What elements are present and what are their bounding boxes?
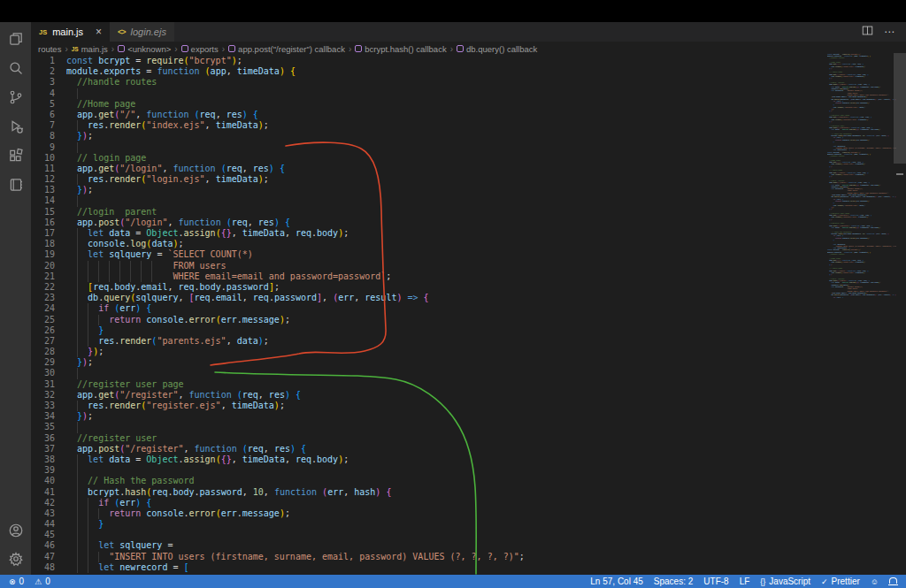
code-line[interactable]: 37 app.post("/register", function (req, … — [31, 444, 906, 454]
code-line[interactable]: 22 [req.body.email, req.body.password]; — [31, 282, 906, 293]
split-editor-icon[interactable] — [862, 24, 873, 40]
check-status-item[interactable]: ✓Prettier — [821, 577, 860, 586]
code-line[interactable]: 24 if (err) { — [31, 303, 906, 314]
code-line[interactable]: 47 "INSERT INTO users (firstname, surnam… — [31, 552, 906, 562]
code-line[interactable]: 3 //handle routes — [31, 77, 906, 88]
code-line[interactable]: 7 res.render("index.ejs", timeData); — [31, 120, 906, 131]
code-line[interactable]: 12 res.render("login.ejs", timeData); — [31, 174, 906, 185]
vertical-scrollbar[interactable] — [894, 22, 906, 575]
code-line-text: WHERE email=email and password=password`… — [66, 271, 391, 282]
feedback-status-item[interactable]: ☺ — [871, 577, 879, 586]
code-line[interactable]: 28 }); — [31, 347, 906, 357]
braces-icon: {} — [760, 577, 765, 586]
code-line[interactable]: 31 //register user page — [31, 379, 906, 390]
code-line[interactable]: 43 return console.error(err.message); — [31, 508, 906, 519]
code-line[interactable]: 42 if (err) { — [31, 498, 906, 508]
code-line-text: } — [66, 519, 104, 530]
breadcrumb-item[interactable]: <unknown> — [118, 44, 171, 54]
code-line[interactable]: 9 — [31, 142, 906, 153]
line-number: 7 — [31, 120, 55, 131]
account-icon[interactable] — [7, 522, 25, 539]
run-debug-icon[interactable] — [7, 118, 25, 135]
minimap[interactable]: const bcrypt = require("bcrypt");module.… — [827, 53, 896, 302]
braces-status-item[interactable]: {}JavaScript — [760, 577, 810, 586]
code-line[interactable]: 10 // login page — [31, 153, 906, 164]
code-line[interactable]: 25 return console.error(err.message); — [31, 315, 906, 325]
tab-bar: JS main.js × <> login.ejs ⋯ — [31, 22, 906, 42]
activity-bar-top — [7, 22, 25, 194]
status-item[interactable]: Ln 57, Col 45 — [590, 577, 643, 586]
indent-guide — [77, 195, 78, 206]
code-line-text: //handle routes — [66, 77, 157, 88]
code-line-text: console.log(data); — [66, 239, 184, 249]
close-icon[interactable]: × — [96, 26, 102, 38]
code-line[interactable]: 19 let sqlquery = `SELECT COUNT(*) — [31, 249, 906, 260]
code-line[interactable]: 13 }); — [31, 185, 906, 195]
line-number: 38 — [31, 454, 55, 465]
breadcrumb-item[interactable]: exports — [181, 44, 219, 54]
settings-gear-icon[interactable] — [7, 550, 25, 568]
search-icon[interactable] — [7, 59, 25, 77]
status-item[interactable]: LF — [740, 577, 750, 586]
source-control-icon[interactable] — [7, 88, 25, 106]
code-line-text: [req.body.email, req.body.password]; — [66, 282, 280, 293]
code-line[interactable]: 23 db.query(sqlquery, [req.email, req.pa… — [31, 293, 906, 303]
code-line[interactable]: 17 let data = Object.assign({}, timeData… — [31, 228, 906, 239]
error-status-item[interactable]: ⊗0 — [9, 577, 24, 586]
code-line[interactable]: 4 — [31, 88, 906, 99]
line-number: 26 — [31, 325, 55, 336]
code-line[interactable]: 20 FROM users — [31, 261, 906, 271]
line-number: 15 — [31, 207, 55, 218]
code-line[interactable]: 26 } — [31, 325, 906, 336]
code-line[interactable]: 48 let newrecord = [ — [31, 562, 906, 573]
code-line[interactable]: 40 // Hash the password — [31, 476, 906, 486]
code-editor[interactable]: 1const bcrypt = require("bcrypt");2modul… — [31, 56, 906, 575]
code-line[interactable]: 32 app.get("/register", function (req, r… — [31, 390, 906, 401]
tab-main-js[interactable]: JS main.js × — [31, 22, 110, 42]
code-line[interactable]: 34 }); — [31, 411, 906, 422]
notebook-icon[interactable] — [7, 176, 25, 194]
breadcrumb[interactable]: routes›JSmain.js›<unknown>›exports›app.p… — [31, 42, 906, 56]
code-line[interactable]: 27 res.render("parents.ejs", data); — [31, 336, 906, 347]
code-line[interactable]: 44 } — [31, 519, 906, 530]
scrollbar-thumb[interactable] — [894, 53, 906, 164]
code-line[interactable]: 41 bcrypt.hash(req.body.password, 10, fu… — [31, 487, 906, 498]
line-number: 22 — [31, 282, 55, 293]
bell-status-item[interactable] — [889, 578, 897, 584]
extensions-icon[interactable] — [7, 147, 25, 164]
code-line[interactable]: 14 — [31, 195, 906, 206]
status-label: 0 — [19, 577, 25, 586]
warning-status-item[interactable]: ⚠0 — [35, 577, 50, 586]
status-item[interactable]: UTF-8 — [703, 577, 728, 586]
code-line[interactable]: 15 //login parent — [31, 207, 906, 218]
code-line[interactable]: 5 //Home page — [31, 99, 906, 110]
breadcrumb-item[interactable]: JSmain.js — [72, 44, 108, 54]
code-line[interactable]: 38 let data = Object.assign({}, timeData… — [31, 454, 906, 465]
code-line[interactable]: 16 app.post("/login", function (req, res… — [31, 218, 906, 228]
code-line[interactable]: 30 — [31, 368, 906, 378]
code-line[interactable]: 21 WHERE email=email and password=passwo… — [31, 271, 906, 282]
status-item[interactable]: Spaces: 2 — [654, 577, 693, 586]
tab-login-ejs[interactable]: <> login.ejs — [110, 22, 174, 42]
explorer-icon[interactable] — [7, 30, 25, 48]
line-number: 36 — [31, 433, 55, 444]
code-line[interactable]: 33 res.render("register.ejs", timeData); — [31, 401, 906, 411]
indent-guide — [77, 422, 78, 432]
code-line[interactable]: 11 app.get("/login", function (req, res)… — [31, 164, 906, 174]
code-line[interactable]: 39 — [31, 465, 906, 476]
breadcrumb-item[interactable]: bcrypt.hash() callback — [355, 44, 446, 54]
code-line[interactable]: 2module.exports = function (app, timeDat… — [31, 66, 906, 77]
code-line[interactable]: 46 let sqlquery = — [31, 540, 906, 551]
breadcrumb-item[interactable]: routes — [38, 44, 61, 54]
code-line[interactable]: 6 app.get("/", function (req, res) { — [31, 110, 906, 120]
code-line[interactable]: 1const bcrypt = require("bcrypt"); — [31, 56, 906, 66]
code-line[interactable]: 18 console.log(data); — [31, 239, 906, 249]
code-line[interactable]: 8 }); — [31, 131, 906, 141]
breadcrumb-item[interactable]: app.post("/register") callback — [228, 44, 345, 54]
line-number: 28 — [31, 347, 55, 357]
breadcrumb-item[interactable]: db.query() callback — [457, 44, 537, 54]
code-line[interactable]: 36 //register user — [31, 433, 906, 444]
code-line[interactable]: 35 — [31, 422, 906, 432]
code-line[interactable]: 29 }); — [31, 357, 906, 368]
code-line[interactable]: 45 — [31, 530, 906, 540]
